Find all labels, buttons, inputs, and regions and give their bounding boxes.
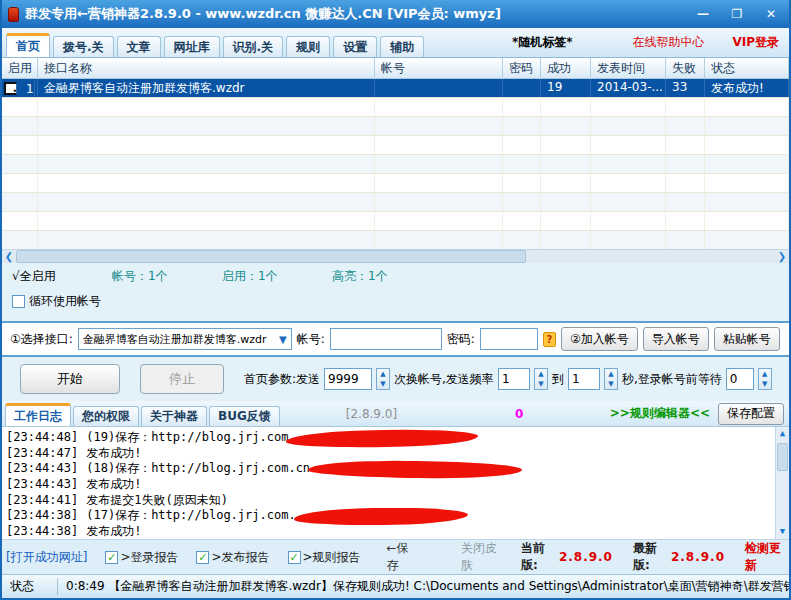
- send-param-label: 首页参数:发送: [244, 371, 320, 388]
- table-row-empty[interactable]: [2, 155, 789, 174]
- send-count-stepper[interactable]: ▲▼: [376, 368, 390, 390]
- tab-recognition[interactable]: 识别.关: [223, 36, 284, 57]
- col-success[interactable]: 成功: [541, 58, 591, 78]
- table-row-empty[interactable]: [2, 136, 789, 155]
- log-line: [23:44:38](17)保存：http://blog.jrj.com.: [6, 508, 789, 524]
- add-account-button[interactable]: ②加入帐号: [561, 327, 638, 351]
- enabled-count: 启用：1个: [222, 268, 332, 285]
- col-fail[interactable]: 失败: [666, 58, 705, 78]
- scrollbar-thumb[interactable]: [16, 250, 526, 263]
- frequency-to-stepper[interactable]: ▲▼: [604, 368, 618, 390]
- send-count-input[interactable]: [324, 368, 372, 390]
- save-config-button[interactable]: 保存配置: [718, 403, 784, 425]
- table-body: ✓ 1 金融界博客自动注册加群发博客.wzdr 19 2014-03-... 3…: [2, 79, 789, 249]
- scroll-up-icon[interactable]: ▲: [776, 427, 789, 441]
- latest-version-value: 2.8.9.0: [671, 550, 725, 564]
- account-panel: ①选择接口: 金融界博客自动注册加群发博客.wzdr ▼ 帐号: 密码: ? ②…: [2, 321, 789, 357]
- tab-your-permissions[interactable]: 您的权限: [73, 406, 139, 426]
- tab-about[interactable]: 关于神器: [141, 406, 207, 426]
- loop-account-label: 循环使用帐号: [29, 293, 101, 310]
- work-log-output[interactable]: [23:44:48](19)保存：http://blog.jrj.com [23…: [2, 427, 789, 539]
- select-all-toggle[interactable]: √全启用: [12, 268, 112, 285]
- chevron-down-icon[interactable]: ▼: [275, 334, 291, 345]
- scroll-left-icon[interactable]: ❮: [2, 250, 16, 263]
- col-password[interactable]: 密码: [503, 58, 541, 78]
- paste-account-button[interactable]: 粘贴帐号: [714, 327, 780, 351]
- loop-account-row: 循环使用帐号: [2, 289, 789, 313]
- col-enable[interactable]: 启用: [2, 58, 38, 78]
- frequency-from-input[interactable]: [498, 368, 530, 390]
- online-help-link[interactable]: 在线帮助中心: [632, 34, 704, 51]
- wait-seconds-stepper[interactable]: ▲▼: [758, 368, 772, 390]
- spin-up-icon: ▲: [377, 369, 389, 379]
- row-publish-time: 2014-03-...: [591, 79, 666, 97]
- col-interface-name[interactable]: 接口名称: [38, 58, 375, 78]
- help-icon[interactable]: ?: [543, 332, 556, 347]
- close-icon[interactable]: ✕: [759, 5, 783, 23]
- tab-home[interactable]: 首页: [6, 33, 50, 57]
- table-row-empty[interactable]: [2, 117, 789, 136]
- app-window: 群发专用←营销神器2.8.9.0 - www.wzdr.cn 微赚达人.CN […: [0, 0, 791, 600]
- spin-down-icon: ▼: [759, 379, 771, 389]
- tab-rules[interactable]: 规则: [286, 36, 330, 57]
- interface-dropdown[interactable]: 金融界博客自动注册加群发博客.wzdr ▼: [78, 328, 292, 350]
- frequency-from-stepper[interactable]: ▲▼: [534, 368, 548, 390]
- interface-dropdown-value: 金融界博客自动注册加群发博客.wzdr: [83, 332, 275, 347]
- tab-assist[interactable]: 辅助: [380, 36, 424, 57]
- loop-account-checkbox[interactable]: [12, 295, 25, 308]
- tab-url-library[interactable]: 网址库: [164, 36, 220, 57]
- tab-settings[interactable]: 设置: [333, 36, 377, 57]
- tab-dial[interactable]: 拨号.关: [53, 36, 114, 57]
- current-version-label: 当前版:: [521, 540, 555, 574]
- close-skin-link[interactable]: 关闭皮肤: [461, 540, 501, 574]
- table-row-empty[interactable]: [2, 193, 789, 212]
- stop-button[interactable]: 停止: [140, 364, 224, 394]
- spin-down-icon: ▼: [605, 379, 617, 389]
- publish-report-toggle[interactable]: ✓ >发布报告: [196, 549, 269, 566]
- wait-seconds-input[interactable]: [726, 368, 754, 390]
- maximize-icon[interactable]: ❐: [725, 5, 749, 23]
- main-tab-bar: 首页 拨号.关 文章 网址库 识别.关 规则 设置 辅助 *随机标签* 在线帮助…: [2, 28, 789, 58]
- row-status: 发布成功!: [705, 79, 789, 97]
- rule-editor-link[interactable]: >>规则编辑器<<: [610, 405, 710, 422]
- row-password: [503, 79, 541, 97]
- account-input[interactable]: [330, 328, 442, 350]
- col-account[interactable]: 帐号: [375, 58, 503, 78]
- start-button[interactable]: 开始: [20, 364, 120, 394]
- scroll-down-icon[interactable]: ▼: [776, 525, 789, 539]
- row-success-count: 19: [541, 79, 591, 97]
- table-row-empty[interactable]: [2, 174, 789, 193]
- log-line: [23:44:47]发布成功!: [6, 446, 789, 462]
- table-row-empty[interactable]: [2, 98, 789, 117]
- save-arrow-label[interactable]: ←保存: [387, 540, 415, 574]
- row-enable-checkbox[interactable]: ✓: [4, 82, 17, 95]
- vip-login-link[interactable]: VIP登录: [732, 34, 779, 51]
- table-row-empty[interactable]: [2, 231, 789, 249]
- tab-bug-feedback[interactable]: BUG反馈: [209, 406, 280, 426]
- scrollbar-thumb[interactable]: [777, 443, 788, 471]
- table-row-empty[interactable]: [2, 212, 789, 231]
- col-status[interactable]: 状态: [705, 58, 789, 78]
- col-publish-time[interactable]: 发表时间: [591, 58, 666, 78]
- table-horizontal-scrollbar[interactable]: ❮ ❯: [2, 249, 789, 263]
- password-input[interactable]: [480, 328, 538, 350]
- rule-report-toggle[interactable]: ✓ >规则报告: [288, 549, 361, 566]
- open-success-urls-link[interactable]: [打开成功网址]: [6, 549, 87, 566]
- table-header: 启用 接口名称 帐号 密码 成功 发表时间 失败 状态: [2, 58, 789, 79]
- censor-scribble: [308, 460, 522, 479]
- frequency-to-input[interactable]: [568, 368, 600, 390]
- log-vertical-scrollbar[interactable]: ▲ ▼: [775, 427, 789, 539]
- tab-article[interactable]: 文章: [117, 36, 161, 57]
- highlight-count: 高亮：1个: [332, 268, 442, 285]
- switch-account-label: 次换帐号,发送频率: [394, 371, 494, 388]
- login-report-toggle[interactable]: ✓ >登录报告: [105, 549, 178, 566]
- minimize-icon[interactable]: —: [691, 5, 715, 23]
- log-line: [23:44:43](18)保存：http://blog.jrj.com.cn: [6, 461, 789, 477]
- import-account-button[interactable]: 导入帐号: [643, 327, 709, 351]
- log-line: [23:44:43]发布成功!: [6, 477, 789, 493]
- tab-work-log[interactable]: 工作日志: [5, 403, 71, 426]
- check-update-link[interactable]: 检测更新: [745, 540, 785, 574]
- scroll-right-icon[interactable]: ❯: [775, 250, 789, 263]
- table-row-selected[interactable]: ✓ 1 金融界博客自动注册加群发博客.wzdr 19 2014-03-... 3…: [2, 79, 789, 98]
- bottom-toolbar: [打开成功网址] ✓ >登录报告 ✓ >发布报告 ✓ >规则报告 ←保存 关闭皮…: [2, 539, 789, 574]
